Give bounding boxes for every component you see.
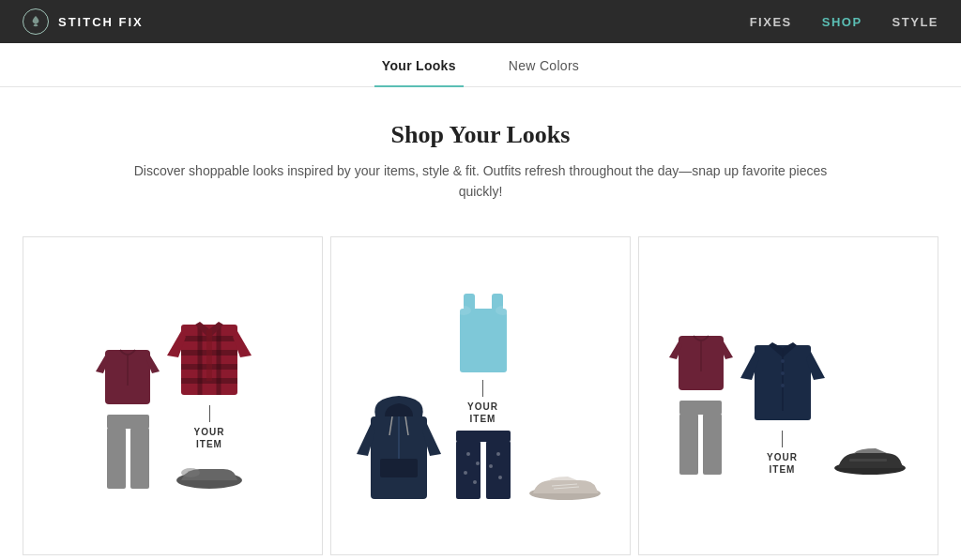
pants-item-1 <box>102 415 154 490</box>
svg-point-24 <box>496 306 511 315</box>
svg-rect-41 <box>679 414 698 475</box>
svg-point-34 <box>498 476 502 479</box>
tank-item <box>450 290 516 374</box>
tab-new-colors[interactable]: New Colors <box>501 43 587 86</box>
brand-name: STITCH FIX <box>58 15 144 29</box>
tab-your-looks[interactable]: Your Looks <box>374 43 464 86</box>
outfit-2: YOURITEM <box>341 290 620 501</box>
svg-point-30 <box>464 471 467 475</box>
nav-item-shop[interactable]: SHOP <box>822 13 862 30</box>
svg-point-23 <box>456 306 471 315</box>
svg-rect-18 <box>380 459 418 477</box>
look-card-3[interactable]: YOURITEM <box>638 236 938 555</box>
svg-rect-2 <box>107 415 149 429</box>
looks-grid: YOURITEM <box>0 221 961 560</box>
svg-point-33 <box>489 464 493 468</box>
shoe-item-3 <box>831 446 910 476</box>
pants-item-3 <box>675 401 726 476</box>
svg-point-47 <box>781 384 785 387</box>
svg-rect-4 <box>130 428 149 489</box>
your-item-2: YOURITEM <box>467 380 498 425</box>
svg-point-28 <box>466 452 470 456</box>
svg-point-14 <box>181 468 200 477</box>
svg-point-45 <box>781 359 785 363</box>
your-item-3: YOURITEM <box>767 431 798 476</box>
svg-rect-40 <box>679 401 722 415</box>
svg-rect-42 <box>703 414 722 475</box>
sweater-item-3 <box>667 315 735 395</box>
logo-icon <box>23 8 49 35</box>
nav-item-fixes[interactable]: FIXES <box>750 13 792 30</box>
hero-title: Shop Your Looks <box>19 121 942 149</box>
svg-point-32 <box>496 452 500 456</box>
svg-point-29 <box>476 462 480 465</box>
shoe-item-1 <box>172 462 247 490</box>
hoodie-item <box>357 388 441 501</box>
sweater-item <box>94 329 161 409</box>
plaid-shirt-item <box>167 301 252 400</box>
svg-point-46 <box>781 371 785 375</box>
outfit-1: YOURITEM <box>33 301 313 490</box>
look-card-1[interactable]: YOURITEM <box>23 236 323 555</box>
hero-description: Discover shoppable looks inspired by you… <box>114 160 847 203</box>
svg-rect-49 <box>849 459 887 462</box>
tabs-bar: Your Looks New Colors <box>0 43 961 87</box>
navy-shirt-item <box>740 322 825 425</box>
sneaker-item <box>526 475 605 501</box>
look-card-2[interactable]: YOURITEM <box>330 236 631 555</box>
svg-rect-12 <box>206 329 212 381</box>
your-item-1: YOURITEM <box>194 405 225 450</box>
svg-rect-26 <box>456 441 480 499</box>
hero-section: Shop Your Looks Discover shoppable looks… <box>0 87 961 221</box>
nav-item-style[interactable]: STYLE <box>892 13 938 30</box>
svg-rect-3 <box>107 428 126 489</box>
navbar: STITCH FIX FIXES SHOP STYLE <box>0 0 961 43</box>
shorts-item <box>451 431 515 501</box>
logo-area: STITCH FIX <box>23 8 144 35</box>
nav-links: FIXES SHOP STYLE <box>750 13 938 30</box>
svg-rect-20 <box>460 309 507 372</box>
svg-rect-27 <box>486 441 511 499</box>
outfit-3: YOURITEM <box>648 315 928 476</box>
svg-point-31 <box>473 480 477 484</box>
svg-rect-25 <box>456 431 511 442</box>
